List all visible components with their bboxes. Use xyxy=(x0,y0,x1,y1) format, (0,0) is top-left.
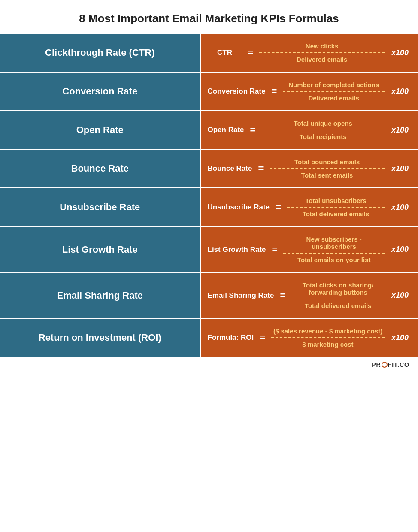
kpi-name-unsubscribe: Unsubscribe Rate xyxy=(60,202,140,213)
divider-sharing xyxy=(291,299,385,299)
equals-list-growth: = xyxy=(272,244,278,255)
logo: PRFIT.CO xyxy=(372,361,409,368)
kpi-name-sharing: Email Sharing Rate xyxy=(57,290,143,301)
divider-list-growth xyxy=(283,253,385,254)
kpi-name-ctr: Clickthrough Rate (CTR) xyxy=(45,47,154,58)
equals-sharing: = xyxy=(280,290,285,301)
x100-ctr: x100 xyxy=(389,48,411,57)
fraction-roi: ($ sales revenue - $ marketing cost) $ m… xyxy=(271,327,385,348)
row-ctr: Clickthrough Rate (CTR) CTR = New clicks… xyxy=(0,34,418,73)
formula-label-sharing: Email Sharing Rate xyxy=(208,291,274,300)
kpi-name-bounce: Bounce Rate xyxy=(71,163,129,174)
denominator-unsubscribe: Total delivered emails xyxy=(303,209,370,218)
left-cell-unsubscribe: Unsubscribe Rate xyxy=(0,188,201,226)
kpi-name-conversion: Conversion Rate xyxy=(62,86,137,97)
denominator-bounce: Total sent emails xyxy=(301,170,353,179)
formula-label-roi: Formula: ROI xyxy=(208,333,254,342)
numerator-ctr: New clicks xyxy=(306,42,339,51)
equals-unsubscribe: = xyxy=(276,202,281,213)
row-sharing: Email Sharing Rate Email Sharing Rate = … xyxy=(0,273,418,319)
right-cell-roi: Formula: ROI = ($ sales revenue - $ mark… xyxy=(201,319,418,357)
denominator-sharing: Total delivered emails xyxy=(305,300,372,309)
row-open: Open Rate Open Rate = Total unique opens… xyxy=(0,111,418,150)
right-cell-sharing: Email Sharing Rate = Total clicks on sha… xyxy=(201,273,418,318)
row-roi: Return on Investment (ROI) Formula: ROI … xyxy=(0,319,418,357)
fraction-unsubscribe: Total unsubscribers Total delivered emai… xyxy=(287,197,385,218)
right-cell-unsubscribe: Unsubscribe Rate = Total unsubscribers T… xyxy=(201,188,418,226)
left-cell-bounce: Bounce Rate xyxy=(0,150,201,187)
x100-unsubscribe: x100 xyxy=(389,203,411,212)
equals-open: = xyxy=(250,124,256,136)
formula-label-ctr: CTR xyxy=(208,48,242,57)
kpi-name-roi: Return on Investment (ROI) xyxy=(39,332,161,343)
numerator-list-growth: New subscribers - unsubscribers xyxy=(283,236,385,252)
fraction-bounce: Total bounced emails Total sent emails xyxy=(270,158,385,179)
fraction-sharing: Total clicks on sharing/ forwarding butt… xyxy=(291,281,385,309)
formula-label-conversion: Conversion Rate xyxy=(208,87,266,96)
formula-label-bounce: Bounce Rate xyxy=(208,164,252,173)
formula-label-unsubscribe: Unsubscribe Rate xyxy=(208,203,270,212)
page-title: 8 Most Important Email Marketing KPIs Fo… xyxy=(0,0,418,34)
numerator-sharing: Total clicks on sharing/ forwarding butt… xyxy=(291,281,385,298)
formula-label-list-growth: List Growth Rate xyxy=(208,245,266,254)
numerator-bounce: Total bounced emails xyxy=(294,158,360,167)
logo-icon xyxy=(382,362,388,368)
divider-ctr xyxy=(259,52,385,53)
left-cell-ctr: Clickthrough Rate (CTR) xyxy=(0,34,201,72)
divider-bounce xyxy=(270,168,385,169)
numerator-unsubscribe: Total unsubscribers xyxy=(305,197,366,206)
divider-unsubscribe xyxy=(287,207,385,208)
denominator-ctr: Delivered emails xyxy=(297,54,347,63)
divider-conversion xyxy=(283,91,385,92)
left-cell-roi: Return on Investment (ROI) xyxy=(0,319,201,357)
fraction-ctr: New clicks Delivered emails xyxy=(259,42,385,63)
row-list-growth: List Growth Rate List Growth Rate = New … xyxy=(0,227,418,273)
right-cell-ctr: CTR = New clicks Delivered emails x100 xyxy=(201,34,418,72)
x100-list-growth: x100 xyxy=(389,245,411,254)
fraction-open: Total unique opens Total recipients xyxy=(261,120,385,140)
numerator-open: Total unique opens xyxy=(294,120,352,129)
row-conversion: Conversion Rate Conversion Rate = Number… xyxy=(0,73,418,111)
x100-roi: x100 xyxy=(389,333,411,342)
equals-bounce: = xyxy=(258,163,264,174)
numerator-roi: ($ sales revenue - $ marketing cost) xyxy=(273,327,382,336)
kpi-name-list-growth: List Growth Rate xyxy=(62,244,138,255)
row-bounce: Bounce Rate Bounce Rate = Total bounced … xyxy=(0,150,418,188)
left-cell-sharing: Email Sharing Rate xyxy=(0,273,201,318)
kpi-name-open: Open Rate xyxy=(76,124,124,136)
denominator-conversion: Delivered emails xyxy=(309,93,359,102)
x100-conversion: x100 xyxy=(389,87,411,96)
right-cell-open: Open Rate = Total unique opens Total rec… xyxy=(201,111,418,149)
denominator-open: Total recipients xyxy=(300,131,347,140)
divider-open xyxy=(261,130,385,130)
right-cell-bounce: Bounce Rate = Total bounced emails Total… xyxy=(201,150,418,187)
fraction-conversion: Number of completed actions Delivered em… xyxy=(283,81,385,102)
kpi-table: Clickthrough Rate (CTR) CTR = New clicks… xyxy=(0,34,418,357)
equals-ctr: = xyxy=(248,47,254,58)
left-cell-open: Open Rate xyxy=(0,111,201,149)
row-unsubscribe: Unsubscribe Rate Unsubscribe Rate = Tota… xyxy=(0,188,418,227)
right-cell-conversion: Conversion Rate = Number of completed ac… xyxy=(201,73,418,110)
x100-open: x100 xyxy=(389,126,411,135)
equals-roi: = xyxy=(260,332,265,343)
fraction-list-growth: New subscribers - unsubscribers Total em… xyxy=(283,236,385,263)
left-cell-list-growth: List Growth Rate xyxy=(0,227,201,272)
left-cell-conversion: Conversion Rate xyxy=(0,73,201,110)
numerator-conversion: Number of completed actions xyxy=(288,81,379,90)
denominator-roi: $ marketing cost xyxy=(302,339,353,348)
right-cell-list-growth: List Growth Rate = New subscribers - uns… xyxy=(201,227,418,272)
formula-label-open: Open Rate xyxy=(208,126,244,134)
x100-sharing: x100 xyxy=(389,291,411,300)
equals-conversion: = xyxy=(272,86,277,97)
x100-bounce: x100 xyxy=(389,164,411,173)
footer: PRFIT.CO xyxy=(0,357,418,374)
denominator-list-growth: Total emails on your list xyxy=(297,254,371,263)
divider-roi xyxy=(271,337,385,338)
